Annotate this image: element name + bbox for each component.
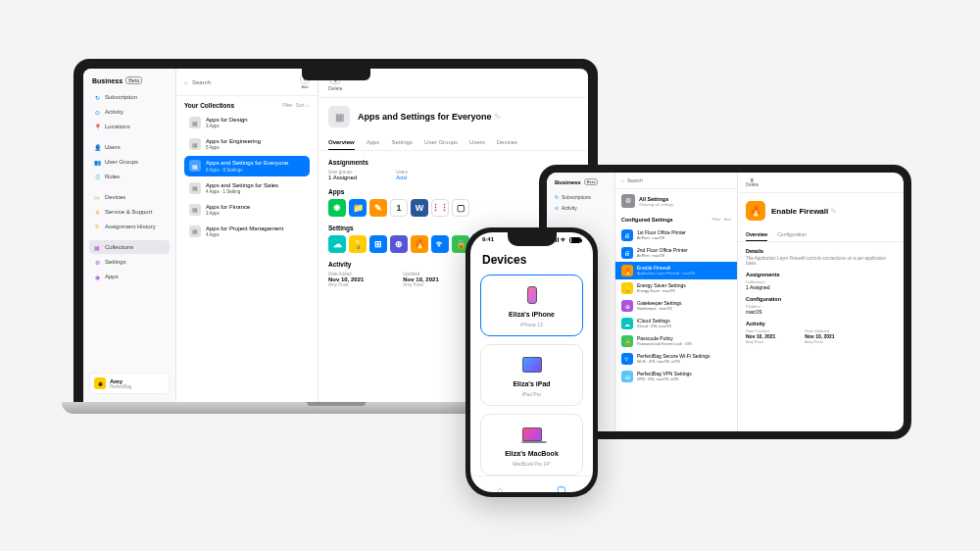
sidebar-item-settings[interactable]: ⚙Settings (89, 255, 170, 269)
device-card[interactable]: Eliza's iPadiPad Pro (480, 344, 583, 406)
collection-icon: ▦ (189, 138, 201, 150)
ipad-search-bar: ⌕ (615, 173, 737, 189)
app-icon[interactable]: ☁ (328, 235, 346, 253)
tab-user-groups[interactable]: User Groups (424, 135, 458, 150)
sidebar-item-apps[interactable]: ◉Apps (89, 270, 170, 283)
setting-icon: ⊞ (621, 371, 633, 382)
search-input[interactable] (192, 79, 296, 85)
collections-list: Your Collections Filter · Sort ↑↓ ▦Apps … (176, 96, 318, 249)
app-logo: Business Beta (89, 76, 170, 84)
collection-item[interactable]: ▦Apps for Project Management4 Apps (184, 222, 310, 241)
tab-apps[interactable]: Apps (367, 135, 380, 150)
search-icon: ⌕ (621, 177, 624, 183)
app-icon[interactable]: 📁 (349, 199, 367, 217)
setting-icon: ᯤ (621, 353, 633, 365)
setting-item[interactable]: 🔒Passcode PolicyPassword and Screen Lock… (615, 332, 737, 350)
page-title: Devices (470, 243, 593, 275)
profile-card[interactable]: ✽ Amy PerfectBag (89, 373, 170, 394)
sidebar-item-locations[interactable]: 📍Locations (89, 120, 170, 133)
app-icon[interactable]: ⊞ (369, 235, 387, 253)
sidebar-item-activity[interactable]: ⊙Activity (552, 202, 610, 213)
setting-item[interactable]: ᯤPerfectBag Secure Wi-Fi SettingsWi-Fi ·… (615, 350, 737, 368)
delete-button[interactable]: 🗑 Delete (746, 177, 759, 187)
add-users-link[interactable]: Add (396, 175, 408, 180)
tab-settings[interactable]: Settings (391, 135, 413, 150)
locations-icon: 📍 (93, 123, 101, 130)
search-bar: ⌕ + Add (176, 69, 318, 96)
tab-configuration[interactable]: Configuration (777, 228, 807, 241)
date-updated: Date Updated Nov 10, 2021 Amy Frost (805, 328, 834, 344)
tab-devices[interactable]: Devices (497, 135, 517, 150)
sidebar-item-users[interactable]: 👤Users (89, 140, 170, 154)
app-icon[interactable]: ᯤ (431, 235, 449, 253)
tab-overview[interactable]: Overview (328, 135, 355, 150)
setting-icon: ☁ (621, 318, 633, 329)
app-icon[interactable]: W (411, 199, 428, 217)
collection-item[interactable]: ▦Apps for Engineering5 Apps (184, 134, 310, 154)
firewall-icon: 🔥 (746, 201, 765, 221)
user groups-icon: 👥 (93, 158, 101, 166)
roles-icon: ☰ (93, 173, 101, 180)
sidebar-item-subscription[interactable]: ↻Subscription (89, 90, 170, 104)
sidebar-item-devices[interactable]: ▭Devices (89, 190, 170, 204)
app-icon[interactable]: ▢ (452, 199, 469, 217)
collection-icon: ▦ (189, 160, 201, 172)
sidebar-item-roles[interactable]: ☰Roles (89, 170, 170, 183)
apps-icon: ◉ (93, 273, 101, 280)
setting-item[interactable]: 🖨2nd Floor Office PrinterAirPrint · macO… (615, 244, 737, 262)
sidebar-item-subscriptions[interactable]: ↻Subscriptions (552, 191, 610, 202)
sidebar-item-service-&-support[interactable]: ✕Service & Support (89, 205, 170, 219)
sidebar-item-assignment-history[interactable]: ≡Assignment History (89, 220, 170, 233)
collection-icon: ▦ (189, 117, 201, 128)
activity-icon: ⊙ (93, 108, 101, 116)
setting-item[interactable]: ⊕Gatekeeper SettingsGatekeeper · macOS (615, 297, 737, 315)
app-icon[interactable]: 1 (390, 199, 408, 217)
collection-icon: ▦ (189, 182, 201, 194)
app-icon[interactable]: ⋮⋮ (431, 199, 449, 217)
iphone-notch (508, 232, 557, 246)
subscriptions-icon: ↻ (555, 194, 559, 200)
collection-item[interactable]: ▦Apps for Design3 Apps (184, 113, 310, 132)
tab-overview[interactable]: Overview (746, 228, 767, 241)
collection-item[interactable]: ▦Apps and Settings for Sales4 Apps · 1 S… (184, 178, 310, 198)
app-icon[interactable]: ❋ (328, 199, 346, 217)
search-input[interactable] (627, 177, 731, 183)
beta-badge: Beta (584, 178, 599, 185)
app-icon[interactable]: 💡 (349, 235, 367, 253)
setting-item[interactable]: 🔥Enable FirewallApplication Layer Firewa… (615, 262, 737, 279)
activity-section: Activity Date Created Nov 10, 2021 Amy F… (746, 321, 896, 344)
tab-home[interactable]: ⌂Home (493, 482, 507, 492)
setting-icon: 🔥 (621, 265, 633, 276)
tab-users[interactable]: Users (469, 135, 485, 150)
app-icon[interactable]: ⊕ (390, 235, 408, 253)
collections-sort[interactable]: Filter · Sort ↑↓ (282, 103, 310, 108)
profile-text: Amy PerfectBag (110, 378, 131, 389)
device-card[interactable]: Eliza's MacBookMacBook Pro 14" (480, 414, 583, 476)
ipad-settings-panel: ⌕ ⚙ All Settings Showing all settings Co… (615, 173, 738, 431)
setting-icon: 🖨 (621, 247, 633, 259)
collection-item[interactable]: ▦Apps for Finance3 Apps (184, 200, 310, 220)
page-title: Apps and Settings for Everyone ✎ (358, 112, 502, 122)
mac-page-header: ▦ Apps and Settings for Everyone ✎ (318, 98, 588, 135)
collection-item[interactable]: ▦Apps and Settings for Everyone8 Apps · … (184, 156, 310, 175)
setting-item[interactable]: 🖨1st Floor Office PrinterAirPrint · macO… (615, 226, 737, 244)
app-icon[interactable]: 🔥 (411, 235, 428, 253)
setting-item[interactable]: 💡Energy Saver SettingsEnergy Saver · mac… (615, 279, 737, 297)
app-icon[interactable]: ✎ (369, 199, 387, 217)
tab-devices[interactable]: ▢Devices (553, 482, 570, 492)
device-card[interactable]: Eliza's iPhoneiPhone 13 (480, 275, 583, 336)
sidebar-item-user-groups[interactable]: 👥User Groups (89, 155, 170, 169)
gear-icon: ⚙ (621, 194, 635, 208)
ipad-display: Business Beta ↻Subscriptions⊙Activity ⌕ … (547, 173, 904, 431)
sidebar-item-collections[interactable]: ▦Collections (89, 240, 170, 254)
tab-bar: ⌂Home▢Devices (470, 476, 593, 492)
all-settings-item[interactable]: ⚙ All Settings Showing all settings (615, 189, 737, 213)
device-icon (522, 353, 542, 376)
setting-item[interactable]: ☁iCloud SettingsiCloud · iOS, macOS (615, 315, 737, 332)
sidebar-item-activity[interactable]: ⊙Activity (89, 105, 170, 119)
setting-icon: 💡 (621, 282, 633, 294)
avatar: ✽ (94, 377, 106, 389)
setting-item[interactable]: ⊞PerfectBag VPN SettingsVPN · iOS, macOS… (615, 368, 737, 385)
home-icon: ⌂ (493, 482, 507, 492)
mac-nav: ↻Subscription⊙Activity📍Locations👤Users👥U… (89, 90, 170, 284)
